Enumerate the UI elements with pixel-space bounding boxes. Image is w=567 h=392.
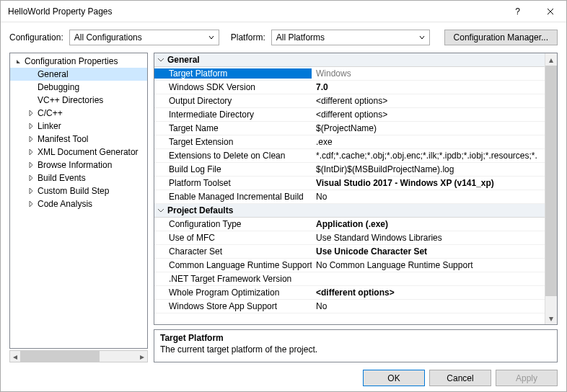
grid-section-title: General bbox=[167, 55, 200, 65]
grid-row-value[interactable]: <different options> bbox=[312, 110, 545, 120]
grid-row-value[interactable]: Visual Studio 2017 - Windows XP (v141_xp… bbox=[312, 178, 545, 188]
tree-item[interactable]: Browse Information bbox=[10, 159, 147, 172]
tree-item[interactable]: Code Analysis bbox=[10, 197, 147, 210]
chevron-down-icon bbox=[416, 35, 428, 40]
property-grid-body[interactable]: GeneralTarget PlatformWindowsWindows SDK… bbox=[154, 53, 545, 324]
grid-row[interactable]: Whole Program Optimization<different opt… bbox=[154, 286, 545, 300]
tree-item[interactable]: Build Events bbox=[10, 172, 147, 184]
grid-row[interactable]: Intermediate Directory<different options… bbox=[154, 108, 545, 122]
tree-label: Build Events bbox=[36, 173, 86, 183]
grid-row-value[interactable]: *.cdf;*.cache;*.obj;*.obj.enc;*.ilk;*.ip… bbox=[312, 151, 545, 161]
tree-item[interactable]: VC++ Directories bbox=[10, 94, 147, 107]
tree-item[interactable]: XML Document Generator bbox=[10, 146, 147, 159]
scrollbar-thumb[interactable] bbox=[20, 351, 100, 362]
expand-icon[interactable] bbox=[13, 58, 23, 65]
expand-icon[interactable] bbox=[26, 200, 36, 208]
tree-label: Browse Information bbox=[36, 160, 112, 170]
right-pane: GeneralTarget PlatformWindowsWindows SDK… bbox=[154, 53, 558, 362]
ok-button[interactable]: OK bbox=[363, 370, 425, 386]
tree-item[interactable]: Debugging bbox=[10, 81, 147, 94]
grid-row-name: Target Name bbox=[154, 123, 312, 133]
help-button[interactable]: ? bbox=[501, 1, 534, 22]
grid-row[interactable]: Output Directory<different options> bbox=[154, 94, 545, 108]
grid-row-name: Windows Store App Support bbox=[154, 301, 312, 311]
grid-row-value[interactable]: No bbox=[312, 192, 545, 202]
grid-row[interactable]: Common Language Runtime SupportNo Common… bbox=[154, 259, 545, 272]
grid-row-name: Build Log File bbox=[154, 164, 312, 174]
expand-icon[interactable] bbox=[26, 187, 36, 195]
scroll-down-icon[interactable]: ▾ bbox=[545, 312, 557, 324]
grid-vertical-scrollbar[interactable]: ▴ ▾ bbox=[545, 53, 557, 324]
tree-item[interactable]: Custom Build Step bbox=[10, 184, 147, 197]
grid-row-value[interactable]: <different options> bbox=[312, 288, 545, 298]
grid-row-value[interactable]: $(ProjectName) bbox=[312, 123, 545, 133]
grid-row-value[interactable]: <different options> bbox=[312, 96, 545, 106]
grid-row-name: Intermediate Directory bbox=[154, 110, 312, 120]
grid-row-name: Windows SDK Version bbox=[154, 82, 312, 92]
chevron-down-icon bbox=[206, 35, 217, 40]
grid-row[interactable]: .NET Target Framework Version bbox=[154, 272, 545, 286]
grid-row-name: Extensions to Delete on Clean bbox=[154, 151, 312, 161]
expand-icon[interactable] bbox=[26, 122, 36, 130]
close-button[interactable] bbox=[534, 1, 566, 22]
tree-label: Code Analysis bbox=[36, 199, 92, 209]
tree-item[interactable]: Manifest Tool bbox=[10, 133, 147, 146]
grid-row[interactable]: Windows SDK Version7.0 bbox=[154, 81, 545, 94]
configuration-label: Configuration: bbox=[9, 32, 63, 43]
expand-icon[interactable] bbox=[26, 135, 36, 143]
grid-section-header[interactable]: General bbox=[154, 53, 545, 67]
grid-section-title: Project Defaults bbox=[167, 205, 233, 215]
apply-button[interactable]: Apply bbox=[496, 370, 558, 386]
description-text: The current target platform of the proje… bbox=[160, 344, 551, 355]
configuration-manager-button[interactable]: Configuration Manager... bbox=[444, 30, 558, 45]
grid-row[interactable]: Windows Store App SupportNo bbox=[154, 300, 545, 313]
tree-item[interactable]: General bbox=[10, 68, 147, 81]
configuration-combo[interactable]: All Configurations bbox=[69, 30, 219, 45]
property-tree[interactable]: Configuration PropertiesGeneralDebugging… bbox=[9, 53, 148, 349]
scroll-right-icon[interactable]: ▸ bbox=[137, 351, 147, 362]
grid-row-value[interactable]: No Common Language Runtime Support bbox=[312, 260, 545, 270]
tree-root[interactable]: Configuration Properties bbox=[10, 55, 147, 68]
grid-section-header[interactable]: Project Defaults bbox=[154, 204, 545, 218]
grid-row-value[interactable]: Use Standard Windows Libraries bbox=[312, 233, 545, 243]
titlebar: HelloWorld Property Pages ? bbox=[1, 1, 566, 22]
grid-row-value[interactable]: Windows bbox=[312, 68, 545, 79]
grid-row-name: Character Set bbox=[154, 246, 312, 257]
grid-row[interactable]: Configuration TypeApplication (.exe) bbox=[154, 218, 545, 231]
grid-row[interactable]: Platform ToolsetVisual Studio 2017 - Win… bbox=[154, 177, 545, 190]
cancel-button[interactable]: Cancel bbox=[429, 370, 491, 386]
grid-row[interactable]: Use of MFCUse Standard Windows Libraries bbox=[154, 231, 545, 245]
description-title: Target Platform bbox=[160, 333, 551, 343]
tree-label: Manifest Tool bbox=[36, 134, 88, 144]
tree-item[interactable]: Linker bbox=[10, 120, 147, 133]
grid-row[interactable]: Build Log File$(IntDir)$(MSBuildProjectN… bbox=[154, 163, 545, 177]
grid-row[interactable]: Target PlatformWindows bbox=[154, 67, 545, 81]
close-icon bbox=[547, 8, 554, 15]
grid-row-value[interactable]: .exe bbox=[312, 137, 545, 147]
collapse-icon[interactable] bbox=[154, 56, 167, 63]
grid-row-name: Target Extension bbox=[154, 137, 312, 147]
tree-horizontal-scrollbar[interactable]: ◂ ▸ bbox=[9, 350, 148, 362]
grid-row-name: Use of MFC bbox=[154, 233, 312, 243]
expand-icon[interactable] bbox=[26, 174, 36, 182]
grid-row[interactable]: Extensions to Delete on Clean*.cdf;*.cac… bbox=[154, 149, 545, 163]
collapse-icon[interactable] bbox=[154, 207, 167, 214]
scroll-left-icon[interactable]: ◂ bbox=[10, 351, 20, 362]
scrollbar-thumb[interactable] bbox=[545, 66, 557, 296]
grid-row[interactable]: Target Name$(ProjectName) bbox=[154, 122, 545, 135]
tree-item[interactable]: C/C++ bbox=[10, 107, 147, 120]
grid-row-value[interactable]: $(IntDir)$(MSBuildProjectName).log bbox=[312, 164, 545, 174]
grid-row[interactable]: Enable Managed Incremental BuildNo bbox=[154, 190, 545, 204]
grid-row-value[interactable]: 7.0 bbox=[312, 82, 545, 92]
grid-row-value[interactable]: Application (.exe) bbox=[312, 219, 545, 229]
grid-row[interactable]: Target Extension.exe bbox=[154, 135, 545, 149]
scroll-up-icon[interactable]: ▴ bbox=[545, 53, 557, 66]
tree-label: Custom Build Step bbox=[36, 186, 109, 196]
expand-icon[interactable] bbox=[26, 110, 36, 117]
grid-row[interactable]: Character SetUse Unicode Character Set bbox=[154, 245, 545, 259]
platform-combo[interactable]: All Platforms bbox=[271, 30, 430, 45]
grid-row-value[interactable]: No bbox=[312, 301, 545, 311]
grid-row-value[interactable]: Use Unicode Character Set bbox=[312, 246, 545, 257]
expand-icon[interactable] bbox=[26, 148, 36, 156]
expand-icon[interactable] bbox=[26, 161, 36, 169]
